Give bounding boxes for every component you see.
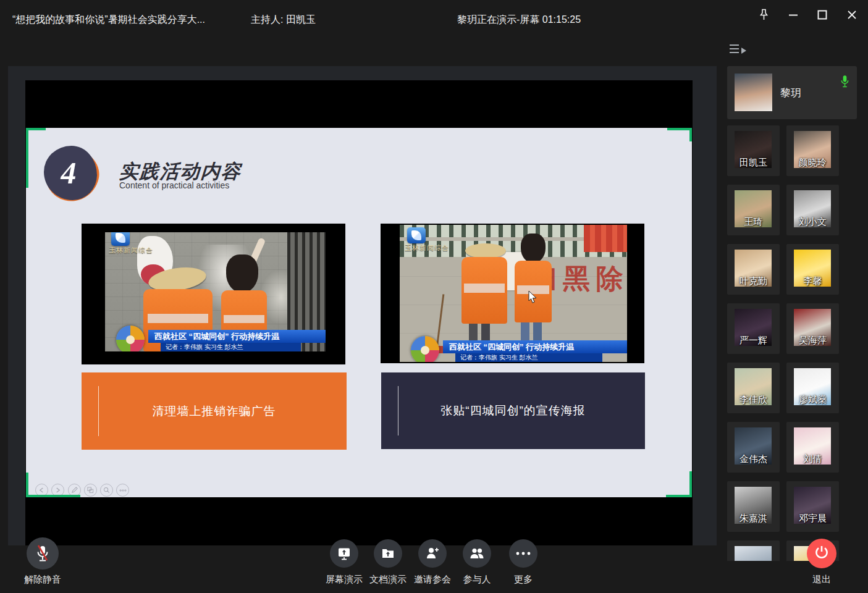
host-label: 主持人: 田凯玉: [251, 14, 316, 27]
slide-subtitle: Content of practical activities: [119, 180, 229, 190]
more-icon[interactable]: [509, 539, 537, 568]
meeting-window: “想把我的故事和你说”暑期社会实践分享大... 主持人: 田凯玉 黎玥正在演示-…: [0, 0, 868, 593]
callout-orange-text: 清理墙上推销诈骗广告: [153, 403, 276, 419]
next-slide-icon[interactable]: [51, 484, 64, 497]
mute-label: 解除静音: [12, 574, 74, 586]
invite-icon[interactable]: [418, 539, 447, 568]
callout-divider-2: [398, 386, 398, 435]
doc-share-icon[interactable]: [374, 539, 402, 568]
screen-share-area: 4 实践活动内容 Content of practical activities: [8, 66, 717, 545]
section-number: 4: [61, 155, 80, 191]
video-thumbnail-right: 扫黑除恶: [381, 224, 644, 363]
news-caption-byline-2: 记者：李伟旗 实习生 彭水兰: [455, 353, 602, 362]
participant-name: 叶克勤: [727, 275, 780, 287]
exit-button[interactable]: [807, 539, 836, 568]
callout-navy-text: 张贴“四城同创”的宣传海报: [440, 403, 586, 419]
maximize-icon[interactable]: [812, 6, 833, 23]
video-right-photo: 扫黑除恶: [400, 225, 627, 362]
tv-channel-name-2: 玉林新闻综合: [405, 243, 449, 253]
participant-tile[interactable]: 颜晓玲: [786, 125, 839, 176]
pen-icon[interactable]: [68, 484, 81, 497]
participant-name: 刘倩: [786, 453, 839, 465]
participant-tile[interactable]: [727, 540, 780, 561]
participant-tile[interactable]: 严一辉: [727, 303, 780, 354]
participant-tile[interactable]: 刘倩: [786, 422, 839, 473]
presenter-card[interactable]: 黎玥: [727, 66, 857, 119]
mic-on-icon: [840, 75, 849, 91]
tv-channel-icon-2: [407, 227, 426, 243]
participant-name: 田凯玉: [727, 157, 780, 169]
participant-name: 金伟杰: [727, 453, 780, 465]
presenter-avatar: [735, 74, 772, 111]
participant-tile[interactable]: 邓宇晨: [786, 481, 839, 532]
participant-tile[interactable]: 田凯玉: [727, 125, 780, 176]
more-label: 更多: [495, 574, 551, 586]
participant-name: 廖斌燊: [786, 394, 839, 406]
participant-name: 颜晓玲: [786, 157, 839, 169]
exit-label: 退出: [794, 574, 849, 586]
participant-tile[interactable]: 刘小文: [786, 185, 839, 235]
zoom-icon[interactable]: [100, 484, 113, 497]
participant-name: 严一辉: [727, 335, 780, 347]
mic-muted-icon[interactable]: [27, 537, 59, 570]
orange-vest-3: [461, 257, 507, 324]
bracket-top-left: [26, 128, 46, 130]
minimize-icon[interactable]: [783, 6, 804, 23]
more-dots-icon[interactable]: [116, 484, 129, 497]
participant-name: 王琦: [727, 216, 780, 228]
presentation-slide: 4 实践活动内容 Content of practical activities: [26, 128, 692, 497]
participant-tile[interactable]: 叶克勤: [727, 244, 780, 295]
participant-tile[interactable]: 金伟杰: [727, 422, 780, 473]
participant-name: 李佳欣: [727, 394, 780, 406]
sidebar-collapse-icon[interactable]: [730, 44, 746, 56]
participants-icon[interactable]: [463, 539, 491, 568]
bracket-top-right: [667, 128, 692, 130]
titlebar: “想把我的故事和你说”暑期社会实践分享大... 主持人: 田凯玉 黎玥正在演示-…: [0, 0, 868, 31]
bracket-top-left-v: [26, 128, 28, 188]
dark-hair: [226, 254, 258, 293]
presenting-status: 黎玥正在演示-屏幕 01:15:25: [457, 14, 581, 27]
bracket-bottom-right: [666, 495, 692, 497]
power-icon: [814, 544, 830, 563]
participant-tile[interactable]: 吴海萍: [786, 303, 839, 354]
presentation-viewport: 4 实践活动内容 Content of practical activities: [25, 80, 693, 545]
video-left-photo: 玉林新闻综合 西就社区 “四城同创” 行动持续升温 记者：李伟旗 实习生 彭水兰: [105, 232, 326, 351]
pin-icon[interactable]: [753, 6, 774, 23]
news-flower-logo: [116, 326, 145, 351]
prev-slide-icon[interactable]: [35, 484, 48, 497]
participant-name: 朱嘉淇: [727, 513, 780, 524]
participant-name: 邓宇晨: [786, 513, 839, 524]
participant-tile[interactable]: 李佳欣: [727, 363, 780, 413]
bracket-bottom-right-v: [689, 471, 692, 497]
participant-name: 吴海萍: [786, 335, 839, 347]
participant-tile[interactable]: 廖斌燊: [786, 363, 839, 413]
callout-orange: 清理墙上推销诈骗广告: [82, 372, 347, 450]
red-banner: [584, 225, 627, 252]
participant-grid: 田凯玉颜晓玲王琦刘小文叶克勤李馨严一辉吴海萍李佳欣廖斌燊金伟杰刘倩朱嘉淇邓宇晨: [727, 125, 840, 561]
bracket-bottom-left-v: [26, 473, 28, 497]
news-caption-title: 西就社区 “四城同创” 行动持续升温: [148, 330, 326, 343]
section-badge: 4: [44, 146, 97, 200]
straw-hat-2: [465, 243, 506, 258]
news-caption-title-2: 西就社区 “四城同创” 行动持续升温: [443, 340, 627, 353]
meeting-title: “想把我的故事和你说”暑期社会实践分享大...: [12, 14, 205, 27]
participant-name: 李馨: [786, 275, 839, 287]
news-caption-byline: 记者：李伟旗 实习生 彭水兰: [161, 343, 301, 351]
participant-tile[interactable]: 王琦: [727, 185, 780, 235]
tv-channel-name: 玉林新闻综合: [109, 246, 153, 255]
slide-panel-icon[interactable]: [84, 484, 97, 497]
participant-tile[interactable]: 李馨: [786, 244, 839, 295]
screen-share-icon[interactable]: [330, 539, 358, 568]
callout-navy: 张贴“四城同创”的宣传海报: [381, 372, 645, 449]
participant-name: 刘小文: [786, 216, 839, 228]
video-thumbnail-left: 玉林新闻综合 西就社区 “四城同创” 行动持续升温 记者：李伟旗 实习生 彭水兰: [82, 224, 345, 364]
dark-hood: [521, 233, 546, 263]
presenter-name: 黎玥: [780, 86, 801, 100]
callout-divider: [98, 386, 99, 436]
bracket-top-right-v: [689, 128, 692, 141]
tv-channel-icon: [111, 232, 130, 246]
participant-tile[interactable]: 朱嘉淇: [727, 481, 780, 532]
close-icon[interactable]: [841, 6, 862, 23]
news-flower-logo-2: [411, 336, 439, 362]
participant-avatar: [735, 546, 772, 561]
